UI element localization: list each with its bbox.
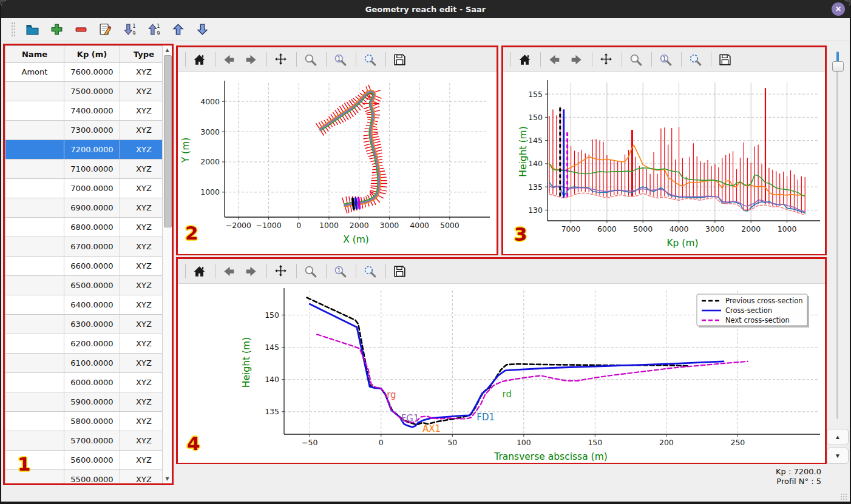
toolbar-grip[interactable] [11,22,16,38]
column-header-name[interactable]: Name [5,46,64,62]
sort-ascending-button[interactable]: 19 [145,21,163,39]
titlebar[interactable]: Geometry reach edit - Saar ✕ [1,0,850,18]
zoom-fit-button[interactable] [361,50,381,69]
profile-down-button[interactable]: ▼ [827,448,849,464]
move-up-button[interactable] [169,21,188,39]
scroll-up-icon[interactable]: ▲ [163,47,172,53]
back-button[interactable] [546,50,565,69]
table-row[interactable]: 6200.0000XYZ [5,334,163,354]
remove-profile-button[interactable] [72,21,90,39]
toolbar-separator [296,264,297,278]
zoom-one-button[interactable]: 1 [331,261,351,281]
add-profile-button[interactable] [48,21,66,39]
table-row[interactable]: 5700.0000XYZ [5,431,163,451]
table-row[interactable]: Amont7600.0000XYZ [5,62,163,82]
zoom-one-button[interactable]: 1 [657,50,676,69]
pan-button[interactable] [272,50,291,69]
table-row[interactable]: 6300.0000XYZ [5,315,163,334]
back-button[interactable] [220,261,240,281]
table-row[interactable]: 6700.0000XYZ [5,237,163,257]
svg-text:9: 9 [157,30,160,36]
forward-button[interactable] [568,50,587,69]
toolbar-separator [651,52,652,67]
zoom-button[interactable] [302,50,321,69]
save-button[interactable] [391,50,410,69]
save-button[interactable] [716,50,736,69]
zoom-icon [303,264,318,279]
zoom-button[interactable] [302,261,321,281]
table-row[interactable]: 7000.0000XYZ [5,179,163,198]
scrollbar-thumb[interactable] [164,55,172,227]
table-row[interactable]: 7500.0000XYZ [5,82,163,101]
svg-text:Kp (m): Kp (m) [666,238,698,249]
pan-button[interactable] [272,261,291,281]
zoom-icon [628,52,643,67]
pan-icon [598,52,614,67]
slider-handle[interactable] [832,61,844,72]
home-button[interactable] [191,261,210,281]
svg-text:0: 0 [379,438,384,447]
toolbar-separator [296,52,297,67]
annotation-rd: rd [503,389,512,400]
svg-text:Height (m): Height (m) [241,337,252,388]
zoom-one-button[interactable]: 1 [331,50,351,69]
table-row[interactable]: 6500.0000XYZ [5,276,163,295]
forward-button[interactable] [242,50,262,69]
svg-text:−50: −50 [302,438,317,447]
back-button[interactable] [220,50,240,69]
table-row[interactable]: 7200.0000XYZ [5,140,163,160]
home-button[interactable] [191,50,210,69]
svg-text:0: 0 [296,221,301,230]
table-row[interactable]: 7100.0000XYZ [5,160,163,179]
zoom-button[interactable] [627,50,646,69]
cross-section-plot[interactable]: −50050100150200250135140145150Transverse… [178,284,825,463]
legend-label: Cross-section [725,306,772,315]
open-button[interactable] [24,21,42,39]
toolbar-separator [215,264,215,278]
home-icon [192,264,207,279]
toolbar-separator [592,52,592,67]
table-row[interactable]: 6900.0000XYZ [5,198,163,218]
cross-section-plot-toolbar: 1 [178,259,825,284]
annotation-AX1: AX1 [422,423,441,434]
table-row[interactable]: 6600.0000XYZ [5,257,163,276]
slider-track[interactable] [836,52,838,419]
svg-text:Y (m): Y (m) [180,138,191,164]
toolbar-separator [385,52,386,67]
toolbar-separator [326,52,327,67]
home-button[interactable] [516,50,535,69]
close-button[interactable]: ✕ [832,2,845,16]
table-row[interactable]: 5900.0000XYZ [5,392,163,412]
table-scrollbar[interactable]: ▲ ▼ [162,45,172,483]
scroll-down-icon[interactable]: ▼ [163,476,172,482]
longitudinal-profile-plot[interactable]: 7000600050004000300020001000130135140145… [503,72,825,254]
sort-asc-icon: 19 [146,22,161,37]
table-row[interactable]: 7400.0000XYZ [5,101,163,121]
svg-text:7000: 7000 [561,224,581,234]
table-row[interactable]: 7300.0000XYZ [5,121,163,140]
sort-descending-button[interactable]: 19 [121,21,139,39]
profile-position-slider[interactable] [829,47,846,425]
table-row[interactable]: 6800.0000XYZ [5,218,163,237]
profile-up-button[interactable]: ▲ [827,429,849,445]
pan-button[interactable] [597,50,617,69]
zoom-fit-button[interactable] [361,261,381,281]
column-header-type[interactable]: Type [120,46,163,62]
zoom-fit-button[interactable] [687,50,706,69]
svg-text:−2000: −2000 [226,221,251,230]
table-row[interactable]: 6000.0000XYZ [5,373,163,392]
table-row[interactable]: 5800.0000XYZ [5,412,163,431]
forward-button[interactable] [242,261,262,281]
plan-plot[interactable]: −2000−1000010002000300040005000100020003… [178,72,497,254]
resize-grip[interactable] [840,493,847,500]
profile-list-panel: Name Kp (m) Type Amont7600.0000XYZ7500.0… [3,44,174,485]
svg-text:Height (m): Height (m) [518,126,529,176]
column-header-kp[interactable]: Kp (m) [64,46,120,62]
toolbar-separator [185,52,186,67]
move-down-button[interactable] [194,21,212,39]
save-button[interactable] [391,261,410,281]
edit-button[interactable] [97,21,115,39]
toolbar-separator [711,52,711,67]
table-row[interactable]: 6400.0000XYZ [5,295,163,315]
table-row[interactable]: 6100.0000XYZ [5,354,163,373]
